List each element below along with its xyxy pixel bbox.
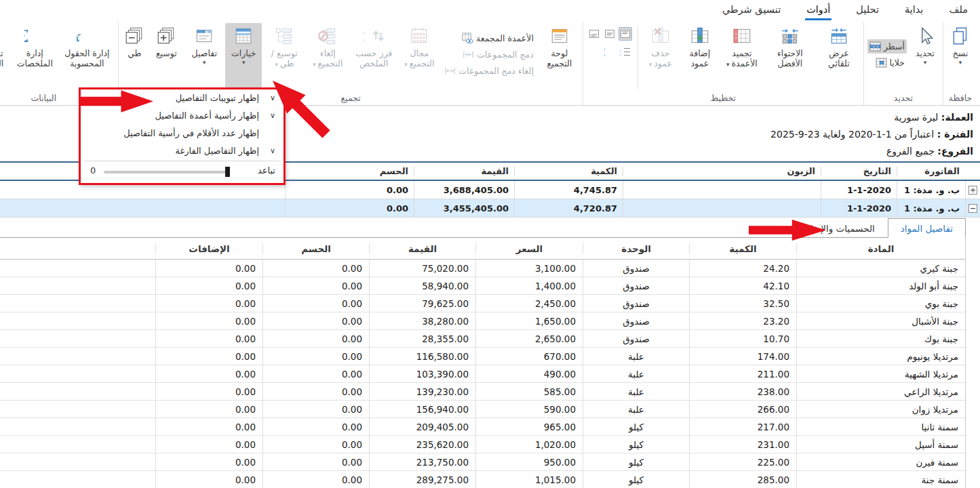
discount-cell: 0.00 [262, 383, 369, 400]
material-row[interactable]: جبنة الأشبال23.20صندوق1,650.0038,280.000… [0, 312, 965, 330]
master-col-header-1[interactable]: التاريخ [821, 166, 897, 176]
material-row[interactable]: جبنة بوي32.50صندوق2,450.0079,625.000.000… [0, 295, 965, 312]
best-fit-icon [780, 26, 800, 46]
svg-text:Σ: Σ [24, 27, 28, 46]
master-col-header-3[interactable]: الكمية [514, 166, 623, 176]
summarize-selection-icon: Σ [0, 26, 1, 46]
menu-separator [83, 161, 281, 161]
material-row[interactable]: مرتديلا يونيوم174.00علبة670.00116,580.00… [0, 348, 965, 365]
tab-home[interactable]: بداية [903, 1, 925, 20]
invoice-row[interactable]: −ب. و. مدة: 11-1-20204,720.873,455,405.0… [0, 199, 980, 218]
manage-summaries-button[interactable]: Σإدارة الملخصات [13, 23, 56, 88]
detail-col-header-2[interactable]: الوحدة [583, 243, 689, 254]
svg-text:AB: AB [604, 47, 605, 52]
details-button[interactable]: تفاصيل▾ [184, 23, 224, 88]
qty-cell: 231.00 [689, 436, 796, 453]
expand-row-icon[interactable]: + [968, 186, 977, 195]
copy-button[interactable]: نسخ▾ [945, 23, 975, 88]
detail-col-header-1[interactable]: الكمية [689, 243, 796, 254]
menu-item-show-empty-details[interactable]: ∨إظهار التفاصيل الفارغة [81, 142, 283, 160]
material-row[interactable]: جبنة بوك10.70صندوق2,650.0028,355.000.000… [0, 330, 965, 348]
summarize-selection-button[interactable]: Σتلخيص التحديد [0, 23, 12, 88]
collapse-row-icon[interactable]: − [968, 204, 977, 213]
material-row[interactable]: جبنة كيري24.20صندوق3,100.0075,020.000.00… [0, 260, 965, 277]
period-label: الفترة : [937, 129, 973, 140]
group-range-label: مجال التجميع ▾ [400, 48, 438, 68]
delete-column-icon [650, 26, 671, 46]
material-row[interactable]: مرتديلا الراعي238.00علبة585.00139,230.00… [0, 383, 965, 401]
additions-cell: 0.00 [155, 312, 262, 329]
tab-material-details[interactable]: تفاصيل المواد [888, 218, 966, 238]
material-row[interactable]: سمنة تانيا217.00كيلو965.00209,405.000.00… [0, 418, 965, 436]
delete-column-button: حذف عمود ▾ [642, 23, 680, 88]
spacing-slider[interactable] [104, 171, 230, 174]
unit-cell: صندوق [583, 277, 689, 294]
tab-conditional-formatting[interactable]: تنسيق شرطي [721, 1, 782, 20]
material-row[interactable]: مرتديلا الشهية211.00علبة490.00103,390.00… [0, 365, 965, 383]
collapse-button[interactable]: طي [121, 23, 148, 88]
best-fit-button[interactable]: الاحتواء الأفضل [765, 23, 815, 88]
detail-col-header-3[interactable]: السعر [475, 243, 583, 254]
menu-item-show-record-count-in-detail-header[interactable]: إظهار عدد الأقلام في رأسية التفاصيل [81, 125, 283, 142]
master-col-header-0[interactable]: الفاتورة [897, 166, 965, 176]
grouped-columns-button[interactable]: الأعمدة المجمعة [442, 31, 536, 45]
copy-label: نسخ [953, 48, 968, 58]
tab-analysis[interactable]: تحليل [855, 1, 880, 20]
price-cell: 3,100.00 [475, 260, 583, 277]
row-expander[interactable]: + [965, 181, 980, 199]
discount-cell: 0.00 [262, 453, 369, 470]
freeze-columns-button[interactable]: تجميد الأعمدة ▾ [720, 23, 764, 88]
qty-cell: 285.00 [689, 471, 796, 488]
numbered-list-button[interactable]: 123 [619, 45, 632, 58]
discount-cell: 0.00 [262, 348, 369, 365]
material-row[interactable]: مرتديلا زوان266.00علبة590.00156,940.000.… [0, 401, 965, 418]
manage-calculated-fields-button[interactable]: fxإدارة الحقول المحسوبة [58, 23, 116, 88]
master-col-header-2[interactable]: الزبون [623, 166, 821, 176]
filler-cell [0, 199, 285, 217]
check-icon: ∨ [270, 107, 275, 125]
tab-file[interactable]: ملف [947, 1, 969, 20]
options-button[interactable]: خيارات▾ [225, 23, 262, 88]
sort-ab-button[interactable]: AB4A [603, 45, 616, 58]
invoice-cell: ب. و. مدة: 1 [897, 199, 965, 217]
cell-align-top-button[interactable] [619, 27, 632, 41]
discount-cell: 0.00 [262, 436, 369, 453]
price-cell: 490.00 [475, 365, 583, 382]
material-row[interactable]: سمنة جنة285.00كيلو1,015.00289,275.000.00… [0, 471, 965, 488]
price-cell: 965.00 [475, 418, 583, 435]
select-button[interactable]: تحديد▾ [909, 23, 941, 88]
value-cell: 209,405.00 [369, 418, 475, 435]
value-cell: 139,230.00 [369, 383, 475, 400]
detail-col-header-4[interactable]: القيمة [369, 243, 475, 254]
material-row[interactable]: جبنة أبو الولد42.10صندوق1,400.0058,940.0… [0, 277, 965, 295]
expand-button[interactable]: توسيع [149, 23, 183, 88]
qty-cell: 211.00 [689, 365, 796, 382]
sort-by-summary-button: Σفرز حسب الملخص [350, 23, 397, 88]
slider-handle[interactable] [225, 167, 230, 177]
sort-summary-icon: Σ [364, 26, 384, 46]
discount-cell: 0.00 [262, 401, 369, 418]
options-label: خيارات [231, 48, 256, 58]
group-panel-label: لوحة التجميع [540, 48, 579, 68]
group-panel-button[interactable]: لوحة التجميع [538, 23, 581, 88]
row-expander[interactable]: − [965, 199, 980, 217]
ungroup-button: إلغاء التجميع ▾ [307, 23, 349, 88]
cell-align-bottom-button[interactable] [587, 27, 601, 41]
detail-col-header-6[interactable]: الإضافات [155, 243, 262, 254]
detail-col-header-5[interactable]: الحسم [262, 243, 369, 254]
cells-button[interactable]: خلايا [867, 56, 907, 70]
add-column-button[interactable]: إضافة عمود [681, 23, 719, 88]
auto-width-button[interactable]: عرض تلقائي [817, 23, 861, 88]
tab-tools[interactable]: أدوات [805, 1, 831, 20]
detail-col-header-0[interactable]: المادة [796, 243, 965, 254]
master-col-header-4[interactable]: القيمة [414, 166, 514, 176]
cell-align-center-button[interactable] [603, 27, 616, 41]
menu-item-label: إظهار عدد الأقلام في رأسية التفاصيل [123, 128, 259, 138]
ribbon-group-selection: تحديد▾أسطرخلاياتحديد [864, 22, 943, 105]
material-row[interactable]: سمنة فيرن225.00كيلو950.00213,750.000.000… [0, 453, 965, 471]
rows-button[interactable]: أسطر [867, 39, 907, 54]
dropdown-caret-icon: ▾ [203, 60, 206, 66]
menu-item-show-detail-column-headers[interactable]: ∨إظهار رأسية أعمدة التفاصيل [81, 107, 283, 125]
material-row[interactable]: سمنة أسيل231.00كيلو1,020.00235,620.000.0… [0, 436, 965, 453]
master-col-header-5[interactable]: الحسم [285, 166, 414, 176]
